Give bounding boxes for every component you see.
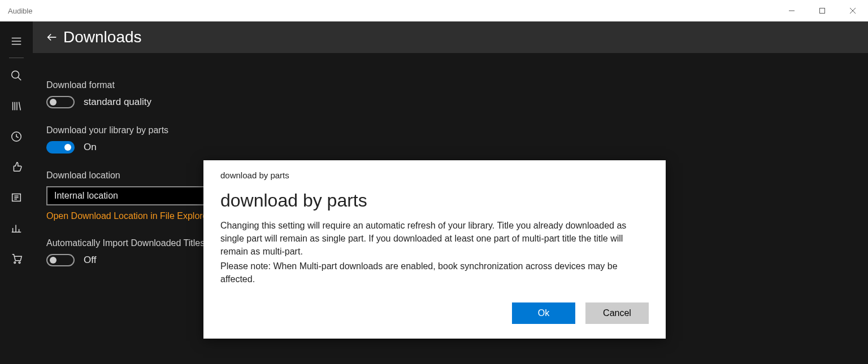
dialog-caption: download by parts	[220, 170, 649, 180]
download-location-value: Internal location	[54, 191, 118, 201]
sidebar	[0, 21, 33, 364]
window-title: Audible	[8, 7, 32, 15]
stats-icon[interactable]	[0, 213, 33, 243]
download-by-parts-label: Download your library by parts	[46, 125, 868, 135]
download-by-parts-section: Download your library by parts On	[46, 125, 868, 154]
download-format-label: Download format	[46, 80, 868, 90]
cancel-button[interactable]: Cancel	[585, 302, 649, 324]
search-icon[interactable]	[0, 60, 33, 91]
window-titlebar: Audible	[0, 0, 868, 21]
thumbs-up-icon[interactable]	[0, 152, 33, 182]
auto-import-toggle[interactable]	[46, 254, 75, 266]
news-icon[interactable]	[0, 182, 33, 213]
dialog-paragraph-2: Please note: When Multi-part downloads a…	[220, 260, 649, 286]
download-by-parts-value: On	[84, 142, 97, 153]
library-icon[interactable]	[0, 91, 33, 121]
svg-line-8	[18, 77, 21, 81]
back-button[interactable]	[41, 31, 63, 43]
maximize-button[interactable]	[807, 0, 837, 21]
page-title: Downloads	[63, 28, 142, 46]
svg-point-7	[12, 71, 19, 78]
clock-icon[interactable]	[0, 121, 33, 152]
svg-rect-1	[820, 8, 825, 14]
svg-point-23	[19, 262, 20, 264]
svg-point-22	[14, 262, 16, 264]
ok-button[interactable]: Ok	[512, 302, 575, 324]
dialog-body: Changing this setting will require an au…	[220, 219, 649, 286]
minimize-button[interactable]	[776, 0, 807, 21]
svg-line-12	[19, 102, 21, 111]
auto-import-value: Off	[84, 255, 96, 266]
hamburger-menu-button[interactable]	[0, 26, 33, 56]
close-button[interactable]	[837, 0, 868, 21]
dialog-buttons: Ok Cancel	[220, 302, 649, 324]
download-format-value: standard quality	[84, 97, 151, 108]
cart-icon[interactable]	[0, 243, 33, 274]
download-by-parts-toggle[interactable]	[46, 141, 75, 154]
window-controls	[776, 0, 868, 21]
download-by-parts-dialog: download by parts download by parts Chan…	[203, 160, 666, 339]
download-format-toggle[interactable]	[46, 96, 75, 108]
dialog-title: download by parts	[220, 190, 649, 211]
sidebar-divider	[9, 58, 24, 58]
dialog-paragraph-1: Changing this setting will require an au…	[220, 219, 649, 258]
page-header: Downloads	[33, 21, 868, 53]
download-format-section: Download format standard quality	[46, 80, 868, 108]
app-body: Downloads Download format standard quali…	[0, 21, 868, 364]
